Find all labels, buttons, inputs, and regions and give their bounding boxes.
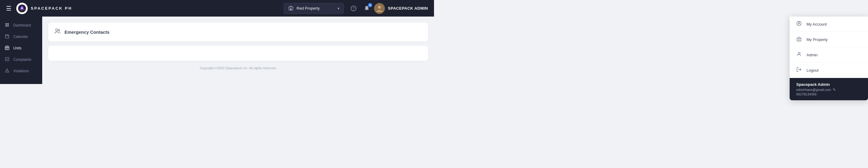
- user-name: SPACEPACK ADMIN: [388, 6, 428, 10]
- svg-text:?: ?: [352, 7, 354, 10]
- sidebar-label-violations: Violations: [13, 69, 29, 73]
- logo-icon: [16, 3, 28, 14]
- top-navigation: ☰ SPACEPACK PH Red Pr: [0, 0, 434, 16]
- svg-rect-3: [290, 8, 292, 10]
- emergency-contacts-title: Emergency Contacts: [64, 30, 110, 35]
- property-selector[interactable]: Red Property ▾: [284, 3, 344, 14]
- svg-point-18: [58, 30, 60, 31]
- svg-point-17: [56, 29, 58, 31]
- empty-content-card: [48, 46, 428, 61]
- svg-rect-15: [5, 58, 9, 61]
- calendar-icon: [5, 34, 10, 39]
- page-footer: Copyright ©2020 Spacepack Inc. All right…: [48, 66, 428, 70]
- app-logo: SPACEPACK PH: [16, 3, 72, 14]
- sidebar-item-dashboard[interactable]: Dashboard: [0, 20, 42, 31]
- dashboard-icon: [5, 23, 10, 28]
- notifications-button[interactable]: 0: [362, 4, 372, 13]
- help-button[interactable]: ?: [349, 4, 358, 13]
- complaints-icon: [5, 57, 10, 62]
- svg-point-1: [22, 7, 23, 9]
- violations-icon: [5, 68, 10, 74]
- units-icon: [5, 45, 10, 51]
- topnav-action-icons: ? 0: [349, 4, 372, 13]
- sidebar-item-violations[interactable]: Violations: [0, 65, 42, 77]
- user-avatar: [374, 3, 385, 14]
- svg-rect-14: [6, 46, 8, 47]
- sidebar-label-complaints: Complaints: [13, 58, 31, 62]
- sidebar-item-complaints[interactable]: Complaints: [0, 54, 42, 65]
- hamburger-menu[interactable]: ☰: [6, 5, 11, 12]
- sidebar: Dashboard Calendar: [0, 16, 42, 84]
- sidebar-item-calendar[interactable]: Calendar: [0, 31, 42, 42]
- property-dropdown-arrow: ▾: [338, 6, 339, 10]
- emergency-contacts-icon: [54, 28, 61, 36]
- sidebar-label-calendar: Calendar: [13, 35, 28, 39]
- svg-rect-8: [5, 23, 7, 25]
- svg-rect-10: [5, 25, 7, 27]
- svg-rect-11: [7, 25, 9, 27]
- main-layout: Dashboard Calendar: [0, 16, 434, 84]
- property-building-icon: [288, 5, 293, 12]
- app-name: SPACEPACK PH: [31, 6, 72, 10]
- svg-rect-13: [5, 47, 9, 49]
- sidebar-item-units[interactable]: Units: [0, 42, 42, 54]
- notification-badge: 0: [368, 3, 372, 7]
- emergency-contacts-card: Emergency Contacts: [48, 23, 428, 41]
- svg-point-7: [378, 6, 381, 9]
- svg-rect-9: [7, 23, 9, 25]
- main-content: Emergency Contacts Copyright ©2020 Space…: [42, 16, 434, 84]
- svg-rect-12: [5, 35, 9, 38]
- sidebar-label-units: Units: [13, 46, 22, 50]
- selected-property-name: Red Property: [297, 6, 335, 10]
- user-menu-trigger[interactable]: SPACEPACK ADMIN: [374, 3, 428, 14]
- sidebar-label-dashboard: Dashboard: [13, 23, 31, 27]
